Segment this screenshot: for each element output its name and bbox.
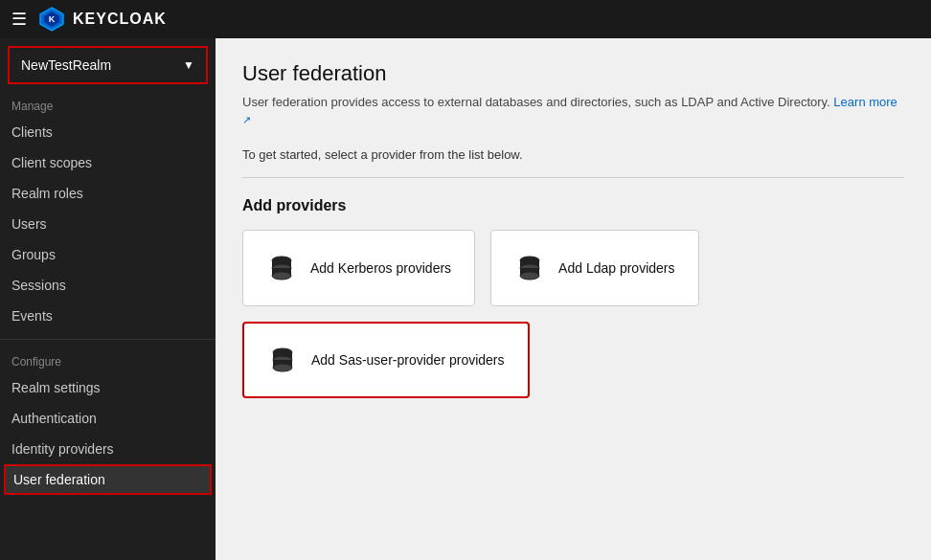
- provider-card-ldap[interactable]: Add Ldap providers: [490, 230, 698, 306]
- svg-point-17: [273, 364, 292, 371]
- manage-section-label: Manage: [0, 92, 216, 117]
- content-area: User federation User federation provides…: [216, 38, 931, 560]
- page-title: User federation: [242, 61, 904, 86]
- main-layout: NewTestRealm ▼ Manage Clients Client sco…: [0, 38, 931, 560]
- svg-point-12: [520, 272, 539, 280]
- sas-provider-label: Add Sas-user-provider providers: [311, 351, 505, 369]
- kerberos-provider-label: Add Kerberos providers: [310, 259, 451, 277]
- sidebar: NewTestRealm ▼ Manage Clients Client sco…: [0, 38, 216, 560]
- configure-section-label: Configure: [0, 347, 216, 372]
- sidebar-item-groups[interactable]: Groups: [0, 239, 216, 270]
- sidebar-item-sessions[interactable]: Sessions: [0, 270, 216, 301]
- sidebar-item-events[interactable]: Events: [0, 301, 216, 331]
- top-header: ☰ K KEYCLOAK: [0, 0, 931, 38]
- logo-text: KEYCLOAK: [73, 11, 167, 28]
- svg-point-7: [272, 272, 291, 280]
- logo-area: K KEYCLOAK: [38, 6, 167, 33]
- sidebar-item-user-federation[interactable]: User federation: [4, 464, 212, 495]
- sidebar-item-users[interactable]: Users: [0, 209, 216, 239]
- provider-card-kerberos[interactable]: Add Kerberos providers: [242, 230, 475, 306]
- provider-card-sas-user-provider[interactable]: Add Sas-user-provider providers: [242, 322, 530, 398]
- kerberos-db-icon: [266, 253, 297, 283]
- sidebar-item-realm-settings[interactable]: Realm settings: [0, 372, 216, 403]
- realm-name: NewTestRealm: [21, 57, 111, 73]
- sidebar-divider: [0, 339, 216, 340]
- add-providers-title: Add providers: [242, 197, 904, 214]
- ldap-db-icon: [514, 253, 545, 283]
- realm-selector[interactable]: NewTestRealm ▼: [8, 46, 208, 84]
- svg-text:K: K: [49, 14, 56, 24]
- sidebar-item-identity-providers[interactable]: Identity providers: [0, 434, 216, 464]
- sidebar-item-authentication[interactable]: Authentication: [0, 403, 216, 434]
- sidebar-item-realm-roles[interactable]: Realm roles: [0, 178, 216, 209]
- hamburger-menu[interactable]: ☰: [11, 9, 27, 30]
- section-divider: [242, 177, 904, 178]
- providers-grid: Add Kerberos providers Add Ldap provider…: [242, 230, 904, 398]
- hint-text: To get started, select a provider from t…: [242, 147, 904, 162]
- sidebar-item-clients[interactable]: Clients: [0, 117, 216, 147]
- realm-dropdown-arrow: ▼: [183, 58, 194, 72]
- keycloak-logo-icon: K: [38, 6, 65, 33]
- ldap-provider-label: Add Ldap providers: [558, 259, 674, 277]
- page-description: User federation provides access to exter…: [242, 94, 904, 128]
- sidebar-item-client-scopes[interactable]: Client scopes: [0, 147, 216, 178]
- sas-db-icon: [267, 345, 298, 375]
